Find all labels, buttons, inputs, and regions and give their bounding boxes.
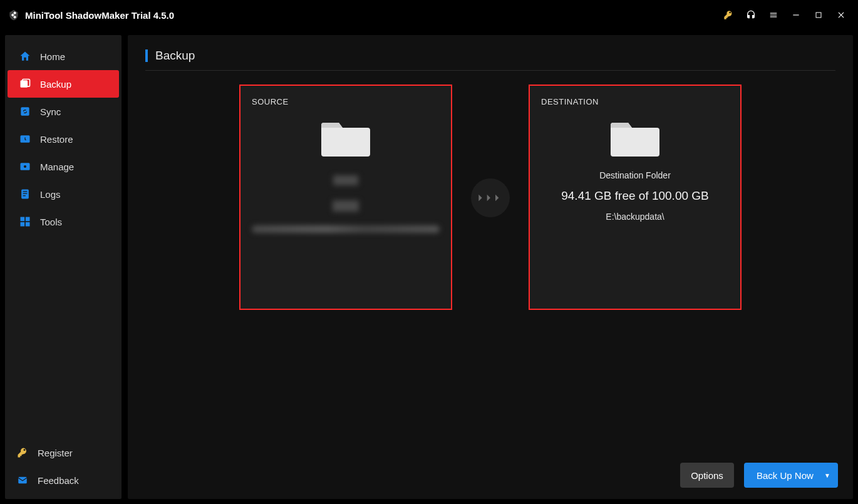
svg-rect-9: [21, 217, 25, 222]
backup-icon: [19, 78, 31, 90]
sidebar-item-label: Backup: [40, 79, 71, 90]
app-logo: MiniTool ShadowMaker Trial 4.5.0: [8, 9, 174, 21]
button-label: Back Up Now: [757, 470, 814, 481]
svg-rect-11: [21, 222, 25, 227]
backup-now-button[interactable]: Back Up Now ▼: [744, 463, 838, 488]
source-redacted-bar: [252, 225, 440, 233]
sidebar: Home Backup Sync Restore Manage: [5, 35, 121, 499]
sidebar-item-manage[interactable]: Manage: [8, 153, 119, 180]
svg-rect-10: [26, 217, 30, 222]
source-heading: SOURCE: [252, 97, 289, 106]
sidebar-footer-label: Register: [38, 448, 73, 458]
close-button[interactable]: [832, 6, 850, 24]
sidebar-item-label: Logs: [40, 189, 61, 200]
logo-icon: [8, 9, 20, 21]
sidebar-item-restore[interactable]: Restore: [8, 125, 119, 153]
minimize-button[interactable]: [787, 6, 805, 24]
sidebar-item-label: Manage: [40, 162, 74, 172]
transfer-arrow-icon: [471, 178, 510, 217]
sidebar-item-home[interactable]: Home: [8, 43, 119, 70]
destination-title: Destination Folder: [599, 170, 671, 180]
main-panel: Backup SOURCE DESTI: [128, 35, 853, 499]
folder-icon: [321, 118, 370, 157]
sidebar-footer-label: Feedback: [38, 475, 79, 486]
chevron-down-icon: ▼: [824, 472, 830, 479]
destination-heading: DESTINATION: [541, 97, 599, 106]
svg-rect-8: [21, 190, 29, 199]
sidebar-item-backup[interactable]: Backup: [8, 70, 119, 98]
menu-icon[interactable]: [764, 6, 783, 24]
manage-icon: [19, 160, 31, 173]
destination-path: E:\backupdata\: [606, 212, 664, 222]
home-icon: [19, 50, 31, 63]
key-icon: [16, 446, 29, 459]
sidebar-item-tools[interactable]: Tools: [8, 208, 119, 235]
svg-rect-13: [18, 477, 27, 484]
sidebar-item-label: Restore: [40, 134, 73, 145]
register-key-icon[interactable]: [719, 6, 738, 24]
svg-rect-12: [26, 222, 30, 227]
headset-icon[interactable]: [742, 6, 760, 24]
source-redacted-line: [333, 200, 359, 212]
sidebar-item-label: Home: [40, 51, 65, 62]
destination-panel[interactable]: DESTINATION Destination Folder 94.41 GB …: [529, 85, 742, 310]
app-title: MiniTool ShadowMaker Trial 4.5.0: [25, 10, 174, 21]
svg-point-7: [24, 165, 26, 168]
sidebar-feedback[interactable]: Feedback: [5, 466, 121, 494]
sidebar-item-sync[interactable]: Sync: [8, 98, 119, 125]
svg-rect-0: [793, 14, 799, 15]
sidebar-item-label: Sync: [40, 106, 61, 117]
svg-rect-4: [21, 107, 29, 115]
page-header: Backup: [145, 49, 835, 71]
restore-icon: [19, 133, 31, 145]
mail-icon: [16, 474, 29, 486]
sync-icon: [19, 105, 31, 118]
button-label: Options: [691, 470, 723, 481]
sidebar-item-logs[interactable]: Logs: [8, 180, 119, 208]
sidebar-register[interactable]: Register: [5, 439, 121, 466]
svg-rect-1: [816, 13, 821, 18]
page-title: Backup: [155, 49, 195, 63]
source-redacted-line: [333, 175, 358, 185]
header-accent: [145, 49, 148, 62]
folder-icon: [611, 118, 659, 157]
destination-free-space: 94.41 GB free of 100.00 GB: [561, 189, 709, 203]
options-button[interactable]: Options: [680, 463, 734, 488]
maximize-button[interactable]: [809, 6, 828, 24]
logs-icon: [19, 188, 31, 200]
source-panel[interactable]: SOURCE: [239, 85, 452, 310]
sidebar-item-label: Tools: [40, 217, 62, 227]
tools-icon: [19, 215, 31, 228]
titlebar: MiniTool ShadowMaker Trial 4.5.0: [0, 0, 858, 30]
